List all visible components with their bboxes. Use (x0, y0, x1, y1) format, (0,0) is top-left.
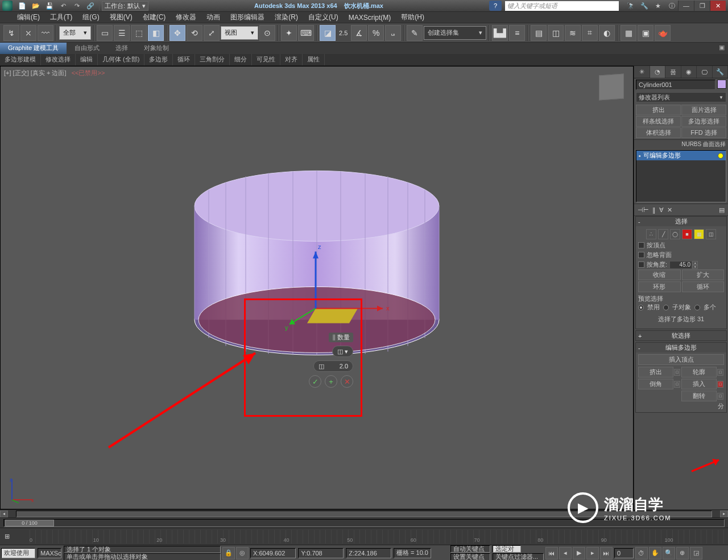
by-angle-checkbox[interactable] (638, 262, 644, 268)
cmd-tab-hierarchy[interactable]: 품 (665, 66, 681, 78)
time-config-icon[interactable]: ⏱ (635, 547, 648, 559)
ribbon-grp-modsel[interactable]: 修改选择 (41, 54, 76, 65)
cmd-tab-create[interactable]: ✳ (634, 66, 650, 78)
lock-selection-icon[interactable]: 🔒 (222, 547, 235, 559)
menu-grapheditors[interactable]: 图形编辑器 (230, 13, 264, 22)
ribbon-tab-objectpaint[interactable]: 对象绘制 (136, 43, 177, 54)
scroll-right-icon[interactable]: ▸ (720, 511, 728, 517)
ribbon-tab-selection[interactable]: 选择 (107, 43, 136, 54)
save-icon[interactable]: 💾 (43, 1, 56, 11)
schematic-icon[interactable]: ⌗ (582, 25, 598, 41)
render-setup-icon[interactable]: ▦ (621, 25, 636, 41)
maxscript-mini[interactable]: MAXSc (38, 548, 61, 558)
inset-settings-button[interactable]: □ (717, 381, 723, 388)
help-icon[interactable]: ? (489, 1, 502, 11)
binoculars-icon[interactable]: 🔭 (624, 1, 637, 11)
caddy-type-dropdown[interactable]: ◫ ▾ (332, 346, 353, 357)
scroll-left-icon[interactable]: ◂ (0, 511, 8, 517)
cmd-tab-display[interactable]: 🖵 (697, 66, 713, 78)
pivot-icon[interactable]: ⊙ (259, 25, 275, 41)
subobj-edge-icon[interactable]: ╱ (658, 229, 668, 239)
edit-named-sel-icon[interactable]: ✎ (407, 25, 423, 41)
menu-rendering[interactable]: 渲染(R) (275, 13, 298, 22)
object-color-swatch[interactable] (717, 80, 726, 89)
subobj-border-icon[interactable]: ◯ (670, 229, 680, 239)
menu-help[interactable]: 帮助(H) (401, 13, 424, 22)
isolate-icon[interactable]: ◎ (236, 547, 249, 559)
selection-filter-dropdown[interactable]: 全部▾ (59, 26, 91, 40)
preset-nurbs[interactable]: NURBS 曲面选择 (634, 139, 728, 149)
layers-icon[interactable]: ▤ (531, 25, 547, 41)
coord-y-input[interactable] (307, 550, 341, 557)
outline-button[interactable]: 轮廓 (681, 367, 717, 378)
preset-ffdsel[interactable]: FFD 选择 (681, 127, 726, 138)
select-object-icon[interactable]: ▭ (97, 25, 113, 41)
minimize-button[interactable]: — (678, 1, 694, 11)
outline-settings-button[interactable]: □ (717, 369, 723, 376)
rollout-editpoly-header[interactable]: -编辑多边形 (636, 343, 726, 352)
cmd-tab-motion[interactable]: ◉ (681, 66, 697, 78)
select-scale-icon[interactable]: ⤢ (204, 25, 220, 41)
rollout-selection-header[interactable]: -选择 (636, 217, 726, 226)
modifier-list-dropdown[interactable]: 修改器列表▼ (636, 92, 726, 102)
keyboard-shortcut-icon[interactable]: ⌨ (298, 25, 314, 41)
named-selection-dropdown[interactable]: 创建选择集▾ (424, 26, 486, 40)
key-filter-button[interactable]: 关键点过滤器... (493, 553, 544, 560)
menu-animation[interactable]: 动画 (206, 13, 220, 22)
preset-volsel[interactable]: 体积选择 (636, 127, 681, 138)
wrench-icon[interactable]: 🔧 (638, 1, 651, 11)
search-input[interactable]: 键入关键字或短语 (505, 1, 619, 11)
bulb-icon[interactable] (718, 153, 723, 159)
ribbon-grp-tri[interactable]: 三角剖分 (195, 54, 230, 65)
extrude-button[interactable]: 挤出 (638, 367, 673, 378)
caddy-ok-button[interactable]: ✓ (309, 375, 321, 388)
caddy-cancel-button[interactable]: ✕ (341, 375, 353, 388)
play-prev-icon[interactable]: ◂ (559, 547, 572, 559)
nav-max-icon[interactable]: ◲ (690, 547, 702, 559)
setkey-button[interactable]: 设置关键点 (450, 553, 490, 560)
rollout-softselect-header[interactable]: +软选择 (636, 331, 726, 341)
viewport-hscroll[interactable]: ◂ ▸ (0, 509, 728, 517)
preview-off-radio[interactable] (638, 305, 644, 310)
ribbon-grp-props[interactable]: 属性 (303, 54, 325, 65)
menu-views[interactable]: 视图(V) (110, 13, 133, 22)
menu-tools[interactable]: 工具(T) (50, 13, 72, 22)
render-icon[interactable]: 🫖 (655, 25, 671, 41)
play-end-icon[interactable]: ⏭ (600, 547, 613, 559)
angle-spinner[interactable] (669, 261, 692, 269)
viewcube[interactable] (599, 73, 624, 100)
ribbon-collapse-icon[interactable]: ▣ (715, 43, 728, 54)
ring-button[interactable]: 环形 (638, 281, 681, 292)
ribbon-grp-edit[interactable]: 编辑 (76, 54, 98, 65)
flip-settings-button[interactable]: □ (717, 393, 723, 400)
menu-edit[interactable]: 编辑(E) (17, 13, 40, 22)
subobj-misc-icon[interactable]: ◫ (706, 229, 716, 239)
time-slider[interactable]: 0 / 100 (3, 519, 725, 527)
subobj-element-icon[interactable]: ▦ (694, 229, 704, 239)
preset-extrude[interactable]: 挤出 (636, 105, 681, 115)
star-icon[interactable]: ★ (652, 1, 664, 11)
caddy-value-input[interactable]: ◫ (313, 360, 353, 372)
bevel-settings-button[interactable]: □ (674, 381, 680, 388)
viewport-label[interactable]: [+] [正交] [真实 + 边面] <<已禁用>> (4, 69, 105, 77)
nav-pan-icon[interactable]: ✋ (649, 547, 661, 559)
spinner-snap-icon[interactable]: ⩊ (385, 25, 401, 41)
unlink-icon[interactable]: ⤫ (20, 25, 36, 41)
nav-zoom-icon[interactable]: 🔍 (663, 547, 675, 559)
undo-icon[interactable]: ↶ (57, 1, 69, 11)
redo-icon[interactable]: ↷ (71, 1, 83, 11)
select-manip-icon[interactable]: ✦ (281, 25, 297, 41)
link-icon[interactable]: 🔗 (84, 1, 97, 11)
material-editor-icon[interactable]: ◐ (599, 25, 615, 41)
align-icon[interactable]: ≡ (509, 25, 525, 41)
grow-button[interactable]: 扩大 (682, 269, 725, 280)
play-icon[interactable]: ▶ (573, 547, 585, 559)
select-rotate-icon[interactable]: ⟲ (187, 25, 202, 41)
ribbon-grp-subdiv[interactable]: 细分 (230, 54, 252, 65)
ribbon-grp-loops[interactable]: 循环 (173, 54, 195, 65)
menu-customize[interactable]: 自定义(U) (308, 13, 338, 22)
graphite-icon[interactable]: ◫ (548, 25, 564, 41)
track-bar[interactable]: ⊞ 0102030405060708090100 (0, 528, 728, 545)
viewport[interactable]: [+] [正交] [真实 + 边面] <<已禁用>> (0, 66, 634, 509)
new-icon[interactable]: 📄 (16, 1, 28, 11)
